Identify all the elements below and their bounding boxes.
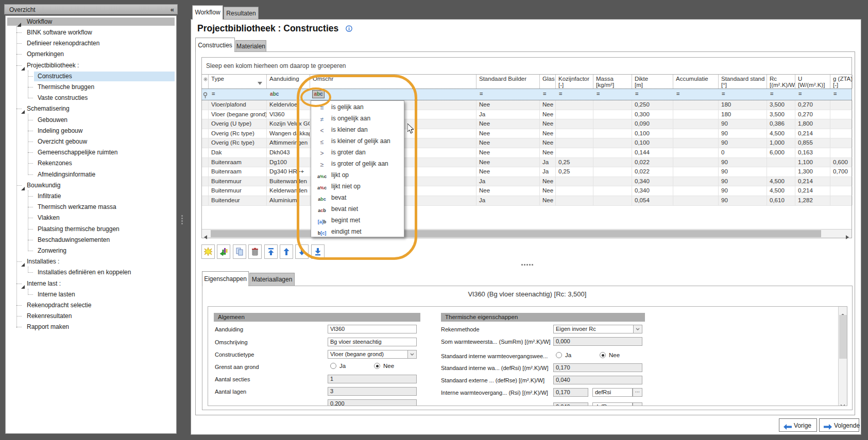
filter-cell-Massa[interactable]: = [593,89,632,100]
cell [202,167,209,177]
field-input[interactable]: 0,170 [553,388,588,397]
column-header-Kozijnfactor[interactable]: Kozijnfactor[-] [556,75,593,89]
field-input[interactable]: 0,170 [553,363,642,372]
column-header-Massa[interactable]: Massa[kg/m²] [593,75,632,89]
column-header-Accumulatie[interactable]: Accumulatie [673,75,719,89]
column-header-U[interactable]: U[W/(m².K)] [795,75,830,89]
tree-item[interactable]: Bouwkundig [7,181,175,191]
cell: Ja [540,167,556,177]
filter-cell-Accumulatie[interactable]: = [673,89,719,100]
tree-item[interactable]: Rekenopdracht selectie [7,301,175,311]
tree-item[interactable]: Installaties definiëren en koppelen [7,268,175,278]
tree-item[interactable]: BINK software workflow [7,28,175,39]
cell: 0,700 [830,167,853,177]
tree-item[interactable]: Opmerkingen [7,49,175,60]
tree-item[interactable]: Gebouwen [7,115,175,126]
filter-cell-Standaard Builder[interactable]: = [476,89,540,100]
tree-item[interactable]: Plaatsing thermische bruggen [7,224,175,235]
tab-workflow[interactable]: Workflow [192,5,223,20]
field-input[interactable]: 0,040 [553,376,642,384]
info-icon[interactable] [346,25,352,31]
splitter-handle[interactable] [181,220,183,222]
column-header-Type[interactable]: Type [209,75,267,89]
tab-eigenschappen[interactable]: Eigenschappen [202,271,249,286]
previous-button[interactable]: Vorige [779,418,817,432]
tree-item[interactable]: Indeling gebouw [7,126,175,137]
column-header-Standaard stand[interactable]: Standaard stand[°] [719,75,767,89]
copy-button[interactable] [233,244,246,259]
filter-cell-Type[interactable]: = [209,89,267,100]
move-top-button[interactable] [264,244,278,259]
tree-item[interactable]: Gemeenschappelijke ruimten [7,148,175,159]
tree-root-item[interactable]: Workflow [7,17,175,26]
column-header-Rc[interactable]: Rc[(m².K)/W] [767,75,795,89]
filter-cell-Rc[interactable]: = [767,89,795,100]
tree-item[interactable]: Vaste constructies [7,93,175,104]
tree-item[interactable]: Installaties : [7,257,175,268]
filter-cell-U[interactable]: = [795,89,830,100]
tree-item[interactable]: Thermisch werkzame massa [7,202,175,213]
tree-item[interactable]: Beschaduwingselementen [7,235,175,246]
tree-item[interactable]: Afmeldingsinformatie [7,170,175,181]
splitter-handle[interactable] [181,215,183,217]
tab-materiaallagen[interactable]: Materiaallagen [249,273,295,286]
splitter-dots[interactable] [524,264,525,266]
tab-resultaten[interactable]: Resultaten [224,7,259,20]
field-input[interactable]: defRse [592,402,633,406]
tab-materialen[interactable]: Materialen [235,40,266,52]
scroll-left-arrow[interactable] [204,232,207,236]
tree-item[interactable]: Vlakken [7,213,175,224]
filter-cell-Glas[interactable]: = [540,89,556,100]
tree-item[interactable]: Projectbibliotheek : [7,61,175,72]
filter-cell-Standaard stand[interactable]: = [719,89,767,100]
column-header-Dikte[interactable]: Dikte[m] [632,75,673,89]
tree-item[interactable]: Rekenzones [7,159,175,169]
field-input[interactable]: 0,040 [553,402,588,406]
scroll-right-arrow[interactable] [846,232,849,236]
tree-item[interactable]: Definieer rekenopdrachten [7,39,175,49]
import-button[interactable] [217,244,230,259]
tree-item[interactable]: Thermische bruggen [7,82,175,93]
move-up-button[interactable] [280,244,293,259]
tree-item[interactable]: Rapport maken [7,322,175,333]
column-header-Standaard Builder[interactable]: Standaard Builder [476,75,540,89]
tree-item[interactable]: Overzicht gebouw [7,137,175,148]
tree-item[interactable]: Zonwering [7,246,175,257]
tree-item[interactable]: Infiltratie [7,191,175,202]
collapse-panel-icon[interactable]: « [171,6,174,13]
tree-item[interactable]: Interne last : [7,279,175,290]
column-header-g (ZTA)[interactable]: g (ZTA)[-] [830,75,853,89]
filter-cell-indicator[interactable] [202,89,209,100]
filter-cell-Dikte[interactable]: = [632,89,673,100]
thermische-group: Thermische eigenschappenRekenmethodeEige… [208,307,847,406]
tree-item-selected[interactable]: Constructies [7,72,175,82]
radio-nee[interactable]: Nee [600,351,641,360]
delete-button[interactable] [248,244,262,259]
splitter-dots[interactable] [526,264,528,266]
tree-item[interactable]: Rekenresultaten [7,311,175,322]
column-header-indicator[interactable] [202,75,209,89]
expander-icon [17,20,21,24]
field-input[interactable]: defRsi [592,388,633,397]
splitter-handle[interactable] [181,223,183,224]
new-button[interactable] [201,244,215,259]
splitter-dots[interactable] [529,264,531,266]
tree-item[interactable]: Schematisering [7,104,175,115]
dropdown-arrow-icon[interactable] [633,325,642,333]
radio-ja[interactable]: Ja [556,351,597,360]
column-header-Glas[interactable]: Glas [540,75,556,89]
splitter-handle[interactable] [181,218,183,219]
ellipsis-button[interactable]: ⋯ [633,388,642,397]
splitter-dots[interactable] [532,264,533,266]
tree-item[interactable]: Interne lasten [7,290,175,301]
cell: Nee [540,177,556,186]
tab-constructies[interactable]: Constructies [195,38,235,52]
field-input[interactable]: 0,000 [553,337,642,346]
tree-item-label: Rapport maken [27,323,69,330]
next-button[interactable]: Volgende [819,418,859,432]
splitter-dots[interactable] [521,264,523,266]
filter-cell-Kozijnfactor[interactable]: = [556,89,593,100]
field-select[interactable]: Eigen invoer Rc [553,325,642,333]
filter-cell-g (ZTA)[interactable]: = [830,89,853,100]
ellipsis-button[interactable]: ⋯ [633,402,642,406]
